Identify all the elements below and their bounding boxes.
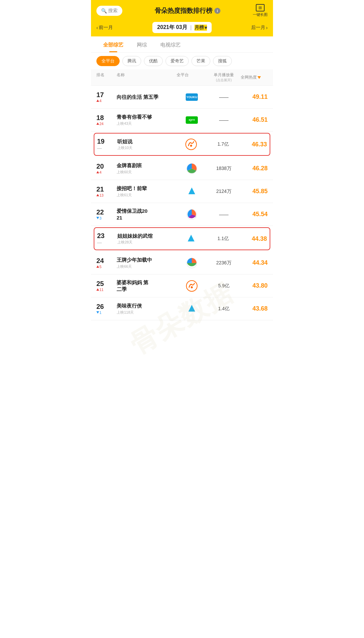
svg-point-12: [186, 281, 197, 291]
chevron-right-icon: ›: [266, 25, 268, 30]
list-item[interactable]: 21 13 接招吧！前辈 上映61天 2124万 45.85: [91, 180, 273, 203]
date-selector[interactable]: 2021年 03月 | 月榜 ▾: [152, 22, 211, 33]
rank-change-up: 5: [96, 265, 101, 269]
svg-point-1: [190, 145, 192, 147]
tencent-logo: [186, 303, 198, 315]
heat-value: 46.28: [252, 165, 268, 172]
list-item[interactable]: 26 1 美味夜行侠 上映118天 1.4亿 43.68: [91, 297, 273, 320]
playcount-col: 1838万: [207, 166, 241, 172]
tab-web[interactable]: 网综: [130, 38, 154, 52]
platform-youku[interactable]: 优酷: [144, 56, 163, 66]
platform-col: YOUKU: [177, 91, 207, 103]
playcount-col: ——: [207, 117, 241, 123]
rank-col: 25 11: [96, 280, 117, 292]
platform-logo: [186, 208, 198, 221]
list-item[interactable]: 18 24 青春有你看不够 上映43天 iQIYI —— 46.51: [91, 109, 273, 132]
info-icon[interactable]: i: [214, 8, 220, 14]
th-playcount[interactable]: 单月播放量 (点击展开): [207, 72, 241, 83]
rank-number: 18: [96, 114, 104, 121]
down-arrow-icon: [96, 217, 99, 219]
th-playcount-label: 单月播放量: [214, 72, 234, 78]
playcount-col: 1.1亿: [206, 236, 240, 242]
playcount-col: 1.4亿: [207, 306, 241, 312]
svg-point-0: [186, 139, 196, 150]
platform-sohu[interactable]: 搜狐: [213, 56, 232, 66]
platform-tencent[interactable]: 腾讯: [122, 56, 141, 66]
name-col: 姐姐妹妹的武馆 上映28天: [117, 233, 176, 245]
heat-col: 43.68: [241, 305, 268, 312]
month-type-selector[interactable]: 月榜 ▾: [194, 25, 207, 31]
page-title: 骨朵热度指数排行榜 i: [155, 6, 220, 15]
heat-value: 46.51: [252, 116, 268, 123]
platform-logo: [185, 138, 197, 150]
platform-logo: [185, 233, 197, 245]
platform-col: [177, 303, 207, 315]
platform-col: iQIYI: [177, 114, 207, 126]
name-col: 美味夜行侠 上映118天: [117, 302, 177, 315]
list-item[interactable]: 20 4 金牌喜剧班 上映60天 1838万 46.28: [91, 157, 273, 180]
platform-logo: YOUKU: [186, 91, 198, 103]
mango-logo: [186, 280, 198, 292]
show-name: 接招吧！前辈: [117, 185, 177, 192]
rank-col: 24 5: [96, 257, 117, 269]
tencent-logo: [185, 233, 197, 245]
playcount-value: ——: [219, 94, 229, 100]
tab-tv[interactable]: 电视综艺: [154, 38, 187, 52]
platform-logo: [186, 163, 198, 175]
next-month-button[interactable]: 后一月 ›: [251, 25, 268, 31]
rank-change-down: 3: [96, 216, 101, 220]
prev-month-label: 前一月: [99, 25, 113, 31]
list-item[interactable]: 24 5 王牌少年加载中 上映66天 2236万 44.34: [91, 252, 273, 274]
heat-value: 44.38: [252, 235, 267, 242]
show-name: 王牌少年加载中: [117, 257, 177, 263]
rank-col: 23 —: [97, 232, 117, 245]
search-label: 搜索: [108, 8, 118, 14]
show-name: 美味夜行侠: [117, 302, 177, 309]
list-item[interactable]: 19 — 听姐说 上映10天 1.7亿 46.33: [94, 133, 270, 156]
show-list: 17 4 向往的生活 第五季 YOUKU —— 49.11 18 24 青春有你…: [91, 86, 273, 320]
platform-mango[interactable]: 芒果: [191, 56, 210, 66]
list-item[interactable]: 25 11 婆婆和妈妈 第二季 5.9亿 43.80: [91, 274, 273, 297]
platform-col: [177, 185, 207, 198]
search-button[interactable]: 🔍 搜索: [96, 6, 122, 16]
th-name: 名称: [117, 72, 177, 83]
platform-iqiyi[interactable]: 爱奇艺: [165, 56, 189, 66]
rank-number: 19: [97, 138, 104, 145]
rank-change-up: 11: [96, 288, 103, 292]
list-item[interactable]: 23 — 姐姐妹妹的武馆 上映28天 1.1亿 44.38: [94, 227, 270, 250]
platform-logo: [186, 257, 198, 269]
long-img-button[interactable]: ⊞ 一键长图: [253, 4, 268, 17]
playcount-col: ——: [207, 212, 241, 217]
title-text: 骨朵热度指数排行榜: [155, 6, 212, 15]
rank-number: 26: [96, 303, 104, 310]
prev-month-button[interactable]: ‹ 前一月: [96, 25, 113, 31]
svg-marker-9: [188, 235, 194, 241]
svg-point-13: [191, 286, 193, 288]
heat-col: 44.34: [241, 259, 268, 266]
playcount-col: 2124万: [207, 188, 241, 195]
name-col: 婆婆和妈妈 第二季: [117, 279, 177, 292]
platform-all[interactable]: 全平台: [96, 56, 120, 66]
show-sub: 上映43天: [117, 121, 177, 126]
up-arrow-icon: [96, 171, 99, 173]
iqiyi-logo: iQIYI: [186, 116, 198, 124]
th-heat-label: 全网热度: [241, 75, 257, 80]
list-item[interactable]: 22 3 爱情保卫战2021 —— 45.54: [91, 203, 273, 226]
rank-number: 24: [96, 257, 104, 264]
down-arrow-icon: [96, 311, 99, 314]
show-sub: 上映66天: [117, 264, 177, 269]
playcount-value: 1.1亿: [217, 236, 229, 241]
platform-col: [176, 138, 206, 150]
heat-value: 45.85: [252, 188, 268, 195]
playcount-col: 2236万: [207, 260, 241, 266]
platform-logo: [186, 185, 198, 198]
nav-row: ‹ 前一月 2021年 03月 | 月榜 ▾ 后一月 ›: [91, 20, 273, 36]
rank-number: 20: [96, 163, 104, 170]
playcount-value: 2124万: [216, 188, 231, 194]
heat-value: 44.34: [252, 259, 268, 266]
chevron-down-icon: ▾: [205, 25, 207, 30]
rank-change-up: 13: [96, 193, 103, 197]
tab-all[interactable]: 全部综艺: [96, 38, 130, 52]
list-item[interactable]: 17 4 向往的生活 第五季 YOUKU —— 49.11: [91, 86, 273, 109]
show-name: 婆婆和妈妈 第二季: [117, 279, 177, 292]
